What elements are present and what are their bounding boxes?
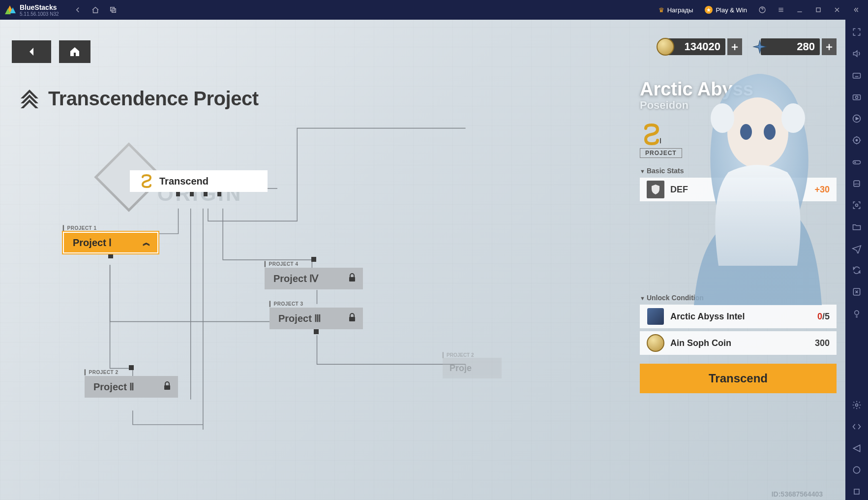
node-project-4[interactable]: ▎PROJECT 4 Project Ⅳ: [265, 257, 363, 289]
bluestacks-logo: BlueStacks 5.11.56.1003 N32: [4, 3, 59, 17]
rail-bulb-icon[interactable]: [848, 305, 865, 322]
bs-home-button[interactable]: [87, 1, 104, 19]
node-project-4-tag: ▎PROJECT 4: [265, 261, 363, 267]
node-project-1-label: Project Ⅰ: [73, 237, 112, 249]
project-rank-badge: Ⅰ PROJECT: [640, 123, 837, 158]
svg-text:Ⅰ: Ⅰ: [659, 137, 661, 145]
node-project-1[interactable]: ▎PROJECT 1 Project Ⅰ ︽: [63, 225, 158, 258]
node-project-4-label: Project Ⅳ: [273, 273, 318, 284]
stat-def-label: DEF: [670, 185, 688, 195]
character-subtitle: Poseidon: [640, 99, 837, 112]
rail-folder-icon[interactable]: [848, 219, 865, 235]
rail-more-icon[interactable]: [848, 418, 865, 435]
bs-minimize-button[interactable]: [791, 1, 808, 18]
svg-point-9: [856, 139, 857, 141]
bs-help-button[interactable]: [754, 1, 771, 18]
svg-point-13: [856, 204, 858, 207]
page-title-text: Transcendence Project: [48, 88, 258, 110]
game-viewport: 134020 ＋ 280 ＋ Transcendence Project ORI…: [0, 20, 845, 500]
player-id: ID:53687564403: [772, 490, 823, 498]
rail-gamepad-icon[interactable]: [848, 154, 865, 170]
svg-rect-5: [853, 95, 861, 100]
bluestacks-logo-icon: [4, 3, 17, 16]
bs-playwin-label: Play & Win: [716, 6, 747, 14]
rail-camera-icon[interactable]: [848, 89, 865, 105]
coin-icon: [647, 334, 664, 352]
transcend-button-label: Transcend: [709, 372, 768, 385]
project-badge-label: PROJECT: [640, 148, 682, 158]
chevron-up-icon: ︽: [143, 238, 150, 248]
rail-keyboard-icon[interactable]: [848, 67, 865, 84]
svg-rect-4: [853, 73, 861, 78]
rail-screenshot-icon[interactable]: [848, 197, 865, 214]
rail-volume-icon[interactable]: [848, 45, 865, 62]
unlock-intel-value: 0/5: [817, 312, 830, 322]
svg-text:APK: APK: [854, 183, 860, 186]
chevron-left-icon: [26, 46, 37, 58]
unlock-coin-label: Ain Soph Coin: [670, 338, 731, 348]
character-panel: Arctic Abyss Poseidon Ⅰ PROJECT Basic St…: [640, 79, 837, 488]
stat-def-value: +30: [814, 185, 830, 195]
node-project-2[interactable]: ▎PROJECT 2 Project Ⅱ: [85, 365, 178, 398]
node-ghost-tag: ▎PROJECT 2: [443, 352, 502, 358]
intel-item-icon: [647, 308, 664, 325]
currency-coin-value: 134020: [666, 38, 725, 55]
bs-collapse-rail-button[interactable]: [847, 1, 864, 18]
star-icon: ★: [705, 6, 713, 14]
rail-sync-icon[interactable]: [848, 283, 865, 300]
svg-rect-18: [854, 489, 859, 494]
node-transcend[interactable]: Transcend: [130, 170, 268, 196]
game-back-button[interactable]: [12, 40, 51, 63]
unlock-intel-label: Arctic Abyss Intel: [670, 312, 745, 322]
lock-icon: [163, 381, 171, 393]
crown-icon: ♛: [658, 6, 664, 14]
bs-menu-button[interactable]: [773, 1, 789, 18]
currency-coin[interactable]: 134020 ＋: [657, 36, 742, 57]
node-transcend-label: Transcend: [159, 176, 209, 187]
rail-rotate-icon[interactable]: [848, 262, 865, 279]
project-graph: ORIGIN Transcend: [0, 118, 634, 500]
rail-fullscreen-icon[interactable]: [848, 24, 865, 40]
svg-point-16: [856, 404, 858, 406]
shield-icon: [647, 181, 664, 198]
node-project-3-tag: ▎PROJECT 3: [269, 301, 363, 307]
coin-icon: [657, 38, 674, 56]
svg-rect-21: [164, 385, 170, 390]
bs-maximize-button[interactable]: [810, 1, 827, 18]
transcendence-icon: [16, 84, 43, 113]
node-project-3[interactable]: ▎PROJECT 3 Project Ⅲ: [269, 301, 363, 334]
bs-playwin-button[interactable]: ★ Play & Win: [700, 4, 752, 16]
node-project-2-tag: ▎PROJECT 2: [85, 370, 178, 375]
character-name: Arctic Abyss: [640, 79, 837, 100]
svg-point-15: [855, 311, 859, 314]
rail-game-home-icon[interactable]: [848, 462, 865, 478]
rail-apk-icon[interactable]: APK: [848, 175, 865, 192]
svg-rect-19: [349, 277, 355, 281]
node-project-1-tag: ▎PROJECT 1: [63, 225, 158, 231]
bs-close-button[interactable]: [829, 1, 845, 18]
game-home-button[interactable]: [59, 40, 90, 63]
svg-rect-10: [853, 161, 861, 164]
crystal-icon: [751, 38, 769, 56]
currency-crystal-value: 280: [761, 38, 820, 55]
currency-coin-add-button[interactable]: ＋: [727, 38, 742, 55]
rail-game-back-icon[interactable]: [848, 440, 865, 457]
node-project-3-label: Project Ⅲ: [278, 312, 321, 324]
unlock-header: Unlock Condition: [640, 294, 837, 302]
bs-recent-button[interactable]: [104, 1, 122, 19]
rail-settings-icon[interactable]: [848, 397, 865, 413]
lock-icon: [348, 273, 356, 284]
bs-back-button[interactable]: [69, 1, 87, 19]
rail-record-icon[interactable]: [848, 110, 865, 127]
rail-location-icon[interactable]: [848, 132, 865, 149]
bs-rewards-button[interactable]: ♛ Награды: [654, 4, 698, 16]
svg-rect-3: [816, 8, 820, 12]
transcend-button[interactable]: Transcend: [640, 364, 837, 393]
home-icon: [69, 46, 81, 58]
rail-plane-icon[interactable]: [848, 240, 865, 257]
svg-point-6: [856, 96, 858, 98]
rail-game-recent-icon[interactable]: [848, 483, 865, 500]
svg-rect-20: [349, 317, 355, 321]
currency-crystal-add-button[interactable]: ＋: [822, 38, 837, 55]
currency-crystal[interactable]: 280 ＋: [751, 36, 837, 57]
